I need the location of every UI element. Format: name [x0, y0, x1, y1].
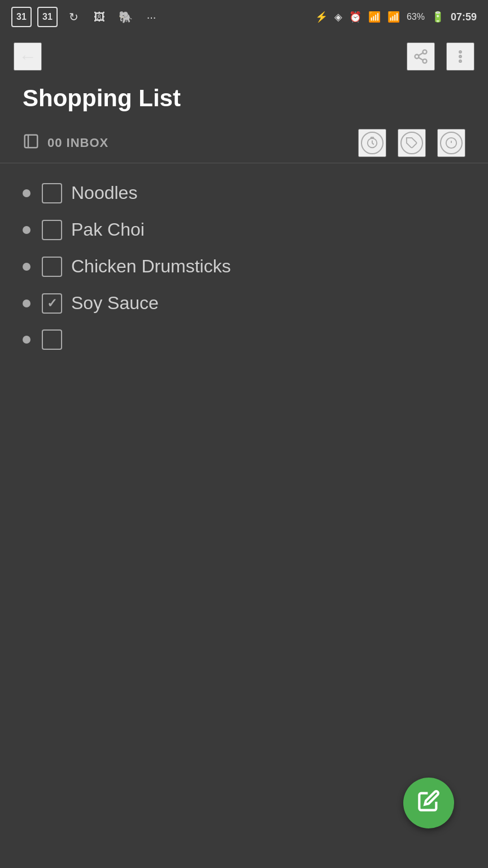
notebook-icon [23, 133, 40, 154]
info-icon [440, 132, 463, 154]
item-text-pak-choi: Pak Choi [71, 219, 145, 240]
alarm-icon: ⏰ [349, 11, 361, 23]
back-button[interactable]: ← [14, 42, 42, 71]
item-text-soy-sauce: Soy Sauce [71, 293, 159, 314]
app-icon-2: 31 [37, 7, 58, 27]
notebook-bar: 00 INBOX [0, 123, 488, 163]
notebook-name: 00 INBOX [47, 136, 108, 150]
nav-bar: ← [0, 34, 488, 79]
check-mark-icon: ✓ [47, 296, 57, 311]
svg-point-0 [423, 50, 427, 54]
item-text-chicken-drumsticks: Chicken Drumsticks [71, 256, 231, 277]
checkbox-empty[interactable] [42, 329, 62, 350]
tag-icon [400, 132, 423, 154]
svg-line-4 [419, 53, 423, 56]
svg-point-2 [423, 59, 427, 63]
checkbox-pak-choi[interactable] [42, 220, 62, 240]
app-icon-1: 31 [11, 7, 32, 27]
battery-indicator: 63% [407, 12, 425, 22]
battery-icon: 🔋 [432, 11, 444, 23]
more-icon [452, 49, 468, 64]
svg-point-1 [415, 55, 419, 59]
signal-icon: 📶 [387, 11, 400, 23]
checkbox-chicken-drumsticks[interactable] [42, 257, 62, 277]
share-button[interactable] [407, 42, 435, 71]
sync-icon: ↻ [63, 7, 84, 27]
bullet-icon [23, 300, 30, 307]
info-button[interactable] [437, 129, 465, 157]
gallery-icon: 🖼 [89, 7, 110, 27]
edit-icon [417, 789, 440, 817]
page-title-section: Shopping List [0, 79, 488, 123]
status-bar: 31 31 ↻ 🖼 🐘 ··· ⚡ ◈ ⏰ 📶 📶 63% 🔋 07:59 [0, 0, 488, 34]
bullet-icon [23, 189, 30, 197]
reminder-icon [361, 132, 384, 154]
reminder-button[interactable] [358, 129, 386, 157]
nav-actions [407, 42, 474, 71]
dots-icon: ··· [141, 7, 162, 27]
svg-point-5 [459, 51, 461, 53]
checkbox-noodles[interactable] [42, 183, 62, 203]
time-display: 07:59 [451, 11, 477, 23]
list-item: ✓ Soy Sauce [17, 285, 471, 322]
bullet-icon [23, 336, 30, 344]
bullet-icon [23, 226, 30, 234]
page-title: Shopping List [23, 85, 465, 112]
back-icon: ← [19, 46, 37, 67]
item-text-noodles: Noodles [71, 183, 137, 203]
notebook-info[interactable]: 00 INBOX [23, 133, 108, 154]
svg-point-6 [459, 55, 461, 58]
list-item: Pak Choi [17, 211, 471, 248]
svg-point-7 [459, 60, 461, 62]
wifi-icon: 📶 [368, 11, 381, 23]
status-bar-right: ⚡ ◈ ⏰ 📶 📶 63% 🔋 07:59 [315, 11, 477, 23]
fab-edit-button[interactable] [403, 778, 454, 828]
list-item [17, 322, 471, 358]
list-item: Noodles [17, 175, 471, 211]
list-item: Chicken Drumsticks [17, 248, 471, 285]
tag-button[interactable] [398, 129, 426, 157]
notebook-actions [358, 129, 465, 157]
svg-line-3 [419, 58, 423, 60]
share-icon [413, 49, 429, 64]
status-bar-left: 31 31 ↻ 🖼 🐘 ··· [11, 7, 162, 27]
more-options-button[interactable] [446, 42, 474, 71]
evernote-icon: 🐘 [115, 7, 136, 27]
svg-rect-8 [25, 134, 38, 147]
layers-icon: ◈ [334, 11, 342, 23]
list-container: Noodles Pak Choi Chicken Drumsticks ✓ So… [0, 163, 488, 369]
bullet-icon [23, 263, 30, 271]
checkbox-soy-sauce[interactable]: ✓ [42, 293, 62, 314]
bluetooth-icon: ⚡ [315, 11, 328, 23]
